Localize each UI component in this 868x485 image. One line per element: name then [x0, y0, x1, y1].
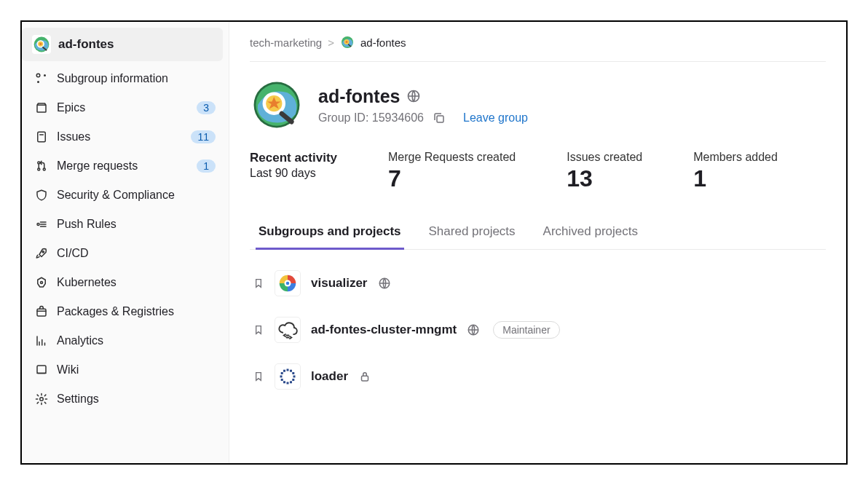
tabs: Subgroups and projectsShared projectsArc… [250, 217, 826, 250]
svg-rect-47 [290, 370, 292, 372]
sidebar-item-label: Push Rules [57, 218, 216, 231]
lock-icon [358, 370, 371, 383]
sidebar-item-push-rules[interactable]: Push Rules [22, 210, 229, 239]
sidebar-item-epics[interactable]: Epics 3 [22, 93, 229, 122]
tab-subgroups-and-projects[interactable]: Subgroups and projects [256, 217, 404, 250]
rocket-icon [35, 247, 48, 260]
project-avatar [275, 363, 301, 390]
epic-icon [35, 101, 48, 114]
svg-point-34 [286, 282, 290, 285]
count-badge: 3 [197, 101, 216, 114]
breadcrumb-separator: > [328, 36, 334, 49]
project-name: loader [311, 369, 348, 384]
breadcrumb-current[interactable]: ad-fontes [360, 36, 406, 49]
stat-label: Issues created [567, 151, 642, 164]
stat-value: 7 [388, 165, 516, 192]
sidebar-item-label: CI/CD [57, 247, 216, 260]
issues-icon [35, 130, 48, 143]
bookmark-icon[interactable] [253, 323, 264, 336]
bookmark-icon[interactable] [253, 370, 264, 383]
breadcrumb-root[interactable]: tech-marketing [250, 36, 322, 49]
push-icon [35, 218, 48, 231]
stat-members-added: Members added 1 [693, 151, 778, 192]
sidebar-item-security-compliance[interactable]: Security & Compliance [22, 181, 229, 210]
subgroup-icon [35, 72, 48, 85]
shield-icon [35, 189, 48, 202]
sidebar-item-label: Subgroup information [57, 72, 216, 85]
sidebar-item-analytics[interactable]: Analytics [22, 326, 229, 355]
group-avatar-small [32, 35, 51, 54]
sidebar-item-label: Analytics [57, 334, 216, 347]
sidebar-item-settings[interactable]: Settings [22, 385, 229, 414]
sidebar-item-packages-registries[interactable]: Packages & Registries [22, 297, 229, 326]
sidebar-item-kubernetes[interactable]: Kubernetes [22, 268, 229, 297]
sidebar-item-ci-cd[interactable]: CI/CD [22, 239, 229, 268]
sidebar-item-subgroup-information[interactable]: Subgroup information [22, 64, 229, 93]
stat-value: 13 [567, 165, 642, 192]
tab-archived-projects[interactable]: Archived projects [540, 217, 641, 250]
svg-point-6 [36, 74, 40, 77]
svg-rect-16 [37, 309, 46, 316]
sidebar-item-wiki[interactable]: Wiki [22, 355, 229, 385]
globe-icon [467, 323, 480, 336]
svg-rect-17 [37, 366, 46, 374]
sidebar-item-merge-requests[interactable]: Merge requests 1 [22, 151, 229, 181]
mr-icon [35, 159, 48, 173]
copy-icon[interactable] [433, 111, 446, 125]
svg-rect-42 [281, 379, 283, 381]
sidebar-item-label: Kubernetes [57, 276, 216, 289]
globe-icon [378, 277, 391, 290]
project-row[interactable]: loader [250, 353, 826, 400]
activity-subtitle: Last 90 days [250, 167, 337, 180]
sidebar-item-issues[interactable]: Issues 11 [22, 122, 229, 151]
breadcrumb-avatar [340, 35, 355, 50]
package-icon [35, 305, 48, 318]
group-title: ad-fontes [318, 86, 401, 107]
activity-title: Recent activity [250, 151, 337, 165]
stat-value: 1 [693, 165, 778, 192]
sidebar-item-label: Security & Compliance [57, 189, 216, 202]
settings-icon [35, 393, 48, 406]
svg-point-7 [44, 74, 46, 76]
svg-rect-40 [287, 382, 289, 385]
project-name: ad-fontes-cluster-mngmt [311, 323, 457, 337]
project-list: visualizer ad-fontes-cluster-mngmt Maint… [250, 260, 826, 400]
group-header: ad-fontes Group ID: 15934606 [250, 78, 826, 132]
count-badge: 1 [197, 159, 216, 173]
svg-rect-31 [437, 116, 443, 122]
leave-group-link[interactable]: Leave group [463, 111, 528, 125]
stat-issues-created: Issues created 13 [567, 151, 642, 192]
svg-point-8 [37, 81, 39, 83]
svg-rect-39 [290, 381, 292, 383]
globe-icon [406, 89, 421, 103]
role-badge: Maintainer [493, 321, 559, 339]
group-avatar [250, 78, 304, 132]
svg-point-4 [39, 43, 42, 45]
wiki-icon [35, 363, 48, 376]
sidebar-item-label: Issues [57, 130, 182, 143]
stat-label: Members added [693, 151, 778, 164]
svg-point-14 [42, 251, 44, 253]
svg-rect-43 [280, 376, 283, 378]
project-row[interactable]: ad-fontes-cluster-mngmt Maintainer [250, 307, 826, 353]
svg-point-18 [40, 398, 44, 401]
stat-label: Merge Requests created [388, 151, 516, 164]
sidebar-item-label: Settings [57, 393, 216, 406]
project-name: visualizer [311, 276, 368, 291]
main-content: tech-marketing > ad-fontes [229, 22, 846, 463]
svg-rect-44 [281, 372, 283, 374]
svg-rect-41 [283, 381, 285, 383]
svg-rect-49 [362, 376, 368, 381]
sidebar-item-label: Merge requests [57, 159, 188, 173]
sidebar-group-header[interactable]: ad-fontes [22, 28, 223, 61]
bookmark-icon[interactable] [253, 277, 264, 290]
recent-activity: Recent activity Last 90 days Merge Reque… [250, 151, 826, 192]
count-badge: 11 [191, 130, 216, 143]
svg-rect-9 [38, 132, 46, 142]
project-row[interactable]: visualizer [250, 260, 826, 307]
tab-shared-projects[interactable]: Shared projects [426, 217, 518, 250]
stat-merge-requests-created: Merge Requests created 7 [388, 151, 516, 192]
svg-rect-37 [293, 376, 296, 378]
group-id-label: Group ID: 15934606 [318, 111, 424, 125]
sidebar-group-name: ad-fontes [58, 37, 114, 52]
